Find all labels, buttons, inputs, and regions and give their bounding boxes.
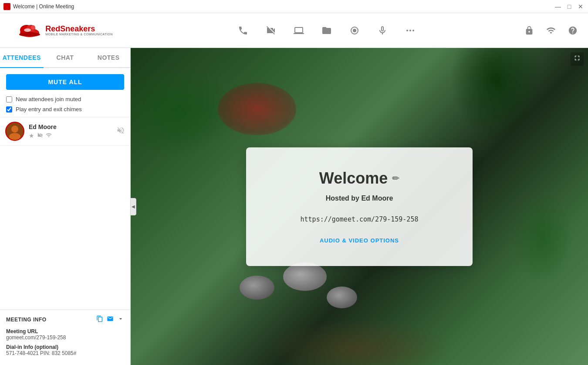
main-toolbar: RedSneakers Mobile Marketing & Communica… <box>0 13 588 48</box>
tabs: ATTENDEES CHAT NOTES <box>0 48 130 68</box>
rock-decoration-1 <box>240 276 274 300</box>
meeting-info-header: MEETING INFO <box>6 315 124 324</box>
welcome-meeting-url: https://gomeet.com/279-159-258 <box>264 215 455 223</box>
camera-off-icon <box>37 132 43 140</box>
mute-attendee-button[interactable] <box>116 126 125 137</box>
window-title: Welcome | Online Meeting <box>13 3 74 10</box>
fullscreen-button[interactable] <box>571 52 584 66</box>
svg-point-13 <box>9 133 20 140</box>
audio-video-options-link[interactable]: AUDIO & VIDEO OPTIONS <box>320 237 399 244</box>
tab-attendees[interactable]: ATTENDEES <box>0 48 44 68</box>
wifi-icon <box>46 132 52 140</box>
app-body: ATTENDEES CHAT NOTES MUTE ALL New attend… <box>0 48 588 365</box>
dialin-value: 571-748-4021 PIN: 832 5085# <box>6 350 124 356</box>
mute-all-button[interactable]: MUTE ALL <box>6 74 124 90</box>
host-star-icon: ★ <box>29 132 34 140</box>
attendee-list: Ed Moore ★ <box>0 117 130 310</box>
join-muted-label: New attendees join muted <box>16 96 81 102</box>
edit-title-button[interactable]: ✏ <box>392 173 399 184</box>
exit-chimes-row: Play entry and exit chimes <box>6 106 124 113</box>
meeting-url-label: Meeting URL <box>6 328 124 334</box>
title-bar: Welcome | Online Meeting — □ ✕ <box>0 0 588 13</box>
sidebar: ATTENDEES CHAT NOTES MUTE ALL New attend… <box>0 48 131 365</box>
join-muted-checkbox[interactable] <box>6 96 12 102</box>
welcome-hosted-by: Hosted by Ed Moore <box>264 194 455 202</box>
main-content: Welcome ✏ Hosted by Ed Moore https://gom… <box>131 48 588 365</box>
wifi-button[interactable] <box>544 24 558 37</box>
svg-point-8 <box>406 30 408 31</box>
toolbar-center <box>131 24 523 38</box>
join-muted-row: New attendees join muted <box>6 96 124 102</box>
meeting-url-row: Meeting URL gomeet.com/279-159-258 <box>6 328 124 341</box>
attendee-item: Ed Moore ★ <box>0 117 130 146</box>
logo-icon <box>18 20 42 40</box>
logo-area: RedSneakers Mobile Marketing & Communica… <box>0 20 131 40</box>
meeting-info-title: MEETING INFO <box>6 317 93 323</box>
svg-point-12 <box>11 126 18 133</box>
car-decoration <box>218 83 296 135</box>
video-off-button[interactable] <box>264 24 278 38</box>
rock-decoration-2 <box>283 263 327 291</box>
tab-notes[interactable]: NOTES <box>87 48 130 67</box>
svg-point-7 <box>353 29 356 32</box>
exit-chimes-checkbox[interactable] <box>6 106 12 113</box>
maximize-button[interactable]: □ <box>565 3 573 10</box>
collapse-sidebar-button[interactable]: ◀ <box>130 198 136 215</box>
svg-point-5 <box>24 28 31 32</box>
meeting-url-value: gomeet.com/279-159-258 <box>6 334 124 341</box>
avatar <box>5 122 24 141</box>
attendee-status-icons: ★ <box>29 132 116 140</box>
tab-chat[interactable]: CHAT <box>44 48 87 67</box>
lock-button[interactable] <box>523 24 536 37</box>
attendee-info: Ed Moore ★ <box>29 123 116 140</box>
mic-button[interactable] <box>375 24 389 38</box>
meeting-info-panel: MEETING INFO Meetin <box>0 310 130 365</box>
app-icon <box>3 3 10 10</box>
title-bar-controls: — □ ✕ <box>554 3 585 10</box>
exit-chimes-label: Play entry and exit chimes <box>16 106 82 113</box>
close-button[interactable]: ✕ <box>577 3 585 10</box>
toolbar-right <box>523 24 588 37</box>
screen-share-button[interactable] <box>292 24 306 38</box>
record-button[interactable] <box>348 24 362 38</box>
welcome-card: Welcome ✏ Hosted by Ed Moore https://gom… <box>246 147 473 266</box>
svg-point-10 <box>412 30 414 31</box>
folder-button[interactable] <box>320 24 334 38</box>
svg-point-9 <box>409 30 411 31</box>
dialin-row: Dial-in Info (optional) 571-748-4021 PIN… <box>6 344 124 356</box>
phone-button[interactable] <box>236 24 250 38</box>
title-bar-left: Welcome | Online Meeting <box>3 3 74 10</box>
expand-meeting-info-button[interactable] <box>117 315 124 324</box>
welcome-title: Welcome ✏ <box>264 169 455 188</box>
minimize-button[interactable]: — <box>554 3 562 10</box>
dialin-label: Dial-in Info (optional) <box>6 344 124 350</box>
more-button[interactable] <box>403 24 417 38</box>
copy-icon[interactable] <box>96 315 103 324</box>
logo-tagline: Mobile Marketing & Communication <box>45 33 113 36</box>
email-icon[interactable] <box>107 315 114 324</box>
logo-wrapper: RedSneakers Mobile Marketing & Communica… <box>18 20 113 40</box>
mute-options: New attendees join muted Play entry and … <box>0 94 130 117</box>
help-button[interactable] <box>566 24 579 37</box>
svg-point-4 <box>19 32 40 37</box>
logo-brand: RedSneakers <box>45 25 113 33</box>
svg-point-3 <box>31 25 35 30</box>
logo-text-block: RedSneakers Mobile Marketing & Communica… <box>45 25 113 36</box>
rock-decoration-3 <box>327 287 357 308</box>
attendee-name: Ed Moore <box>29 123 116 130</box>
